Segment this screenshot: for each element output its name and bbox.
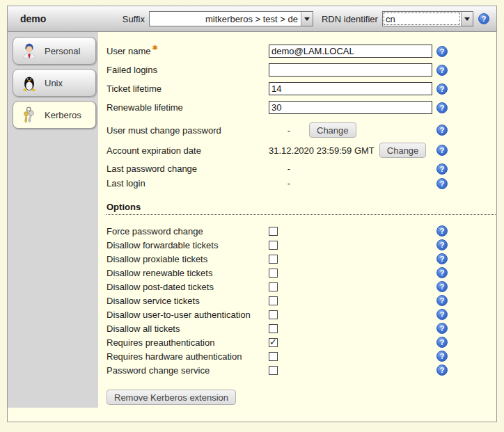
help-icon[interactable] [436,351,448,362]
chevron-down-icon [461,12,473,26]
field-label: Ticket lifetime [107,83,269,94]
option-checkbox[interactable] [269,310,278,319]
option-label: Password change service [107,365,269,376]
field-label-text: Renewable lifetime [107,102,183,113]
option-row: Disallow post-dated tickets [107,280,496,294]
titlebar: demo Suffix mitkerberos > test > de RDN … [8,6,496,32]
option-checkbox[interactable] [269,338,278,347]
password-change-value: - [269,125,309,136]
option-label: Disallow service tickets [107,296,269,306]
required-star-icon: ✱ [152,44,158,51]
option-label: Disallow post-dated tickets [107,282,269,292]
option-checkbox[interactable] [269,282,278,291]
help-icon[interactable] [436,178,448,189]
help-icon[interactable] [436,309,448,320]
option-row: Disallow renewable tickets [107,266,496,280]
option-checkbox[interactable] [269,324,278,333]
chevron-down-icon [301,12,313,26]
option-label: Disallow renewable tickets [107,268,269,278]
tab-unix[interactable]: Unix [13,69,96,97]
help-icon[interactable] [436,253,448,264]
help-icon[interactable] [436,225,448,237]
field-row: User name✱ [107,42,496,61]
option-label: Disallow user-to-user authentication [107,310,269,320]
remove-kerberos-extension-button[interactable]: Remove Kerberos extension [107,390,236,405]
help-icon[interactable] [478,13,489,24]
help-icon[interactable] [436,125,448,136]
rdn-select[interactable]: cn [382,11,473,26]
help-icon[interactable] [436,145,448,156]
field-label: User name✱ [107,46,269,56]
field-input[interactable] [269,63,432,77]
field-label: Renewable lifetime [107,102,269,113]
field-input[interactable] [269,82,432,95]
field-row: Renewable lifetime [107,98,496,117]
help-icon[interactable] [436,239,448,250]
expiration-label: Account expiration date [107,145,269,156]
account-name: demo [20,13,50,24]
suffix-selected-value: mitkerberos > test > de [150,12,301,26]
option-checkbox[interactable] [269,296,278,305]
option-label: Disallow proxiable tickets [107,254,269,264]
suffix-label: Suffix [123,14,145,24]
account-edit-window: demo Suffix mitkerberos > test > de RDN … [7,6,497,422]
last-password-change-value: - [269,163,309,174]
option-checkbox[interactable] [269,227,278,236]
help-icon[interactable] [436,267,448,278]
option-checkbox[interactable] [269,352,278,361]
password-change-row: User must change password - Change [107,121,496,139]
option-label: Force password change [107,226,269,237]
kerberos-form: User name✱Failed loginsTicket lifetimeRe… [98,32,496,422]
suffix-select[interactable]: mitkerberos > test > de [149,11,313,26]
module-sidebar: PersonalUnixKerberos [8,32,98,408]
field-row: Failed logins [107,61,496,79]
help-icon[interactable] [436,102,448,113]
option-row: Requires hardware authentication [107,349,496,363]
help-icon[interactable] [436,83,448,95]
user-icon [19,42,38,61]
field-input[interactable] [269,101,432,114]
keys-icon [19,106,38,125]
change-expiration-button[interactable]: Change [379,143,427,158]
tab-personal[interactable]: Personal [13,37,96,65]
field-label-text: Failed logins [107,65,157,75]
field-label-text: Ticket lifetime [107,83,162,94]
help-icon[interactable] [436,65,448,76]
option-row: Disallow forwardable tickets [107,238,496,252]
option-checkbox[interactable] [269,269,278,278]
option-label: Requires hardware authentication [107,351,269,362]
field-label: Failed logins [107,65,269,75]
help-icon[interactable] [436,46,448,57]
help-icon[interactable] [436,295,448,306]
help-icon[interactable] [436,281,448,292]
help-icon[interactable] [436,337,448,348]
option-checkbox[interactable] [269,241,278,250]
help-icon[interactable] [436,163,448,175]
tab-kerberos[interactable]: Kerberos [13,101,96,129]
help-icon[interactable] [436,365,448,376]
change-password-button[interactable]: Change [309,122,356,138]
option-label: Disallow forwardable tickets [107,240,269,250]
tux-icon [19,74,38,93]
last-login-row: Last login - [107,176,496,191]
option-label: Disallow all tickets [107,323,269,334]
option-checkbox[interactable] [269,366,278,375]
tab-label: Kerberos [45,110,81,120]
options-section-title: Options [107,202,496,215]
option-row: Disallow user-to-user authentication [107,307,496,321]
option-row: Disallow proxiable tickets [107,252,496,266]
help-icon[interactable] [436,323,448,334]
expiration-row: Account expiration date 31.12.2020 23:59… [107,139,496,161]
last-login-value: - [269,178,309,189]
option-row: Password change service [107,363,496,377]
option-checkbox[interactable] [269,255,278,264]
rdn-selected-value: cn [383,12,461,26]
tab-label: Personal [45,46,80,56]
option-label: Requires preauthentication [107,337,269,348]
field-row: Ticket lifetime [107,79,496,98]
field-input[interactable] [269,45,432,58]
option-row: Disallow all tickets [107,321,496,335]
expiration-value: 31.12.2020 23:59:59 GMT [269,145,375,156]
field-label-text: User name [107,46,151,56]
rdn-label: RDN identifier [322,14,378,24]
